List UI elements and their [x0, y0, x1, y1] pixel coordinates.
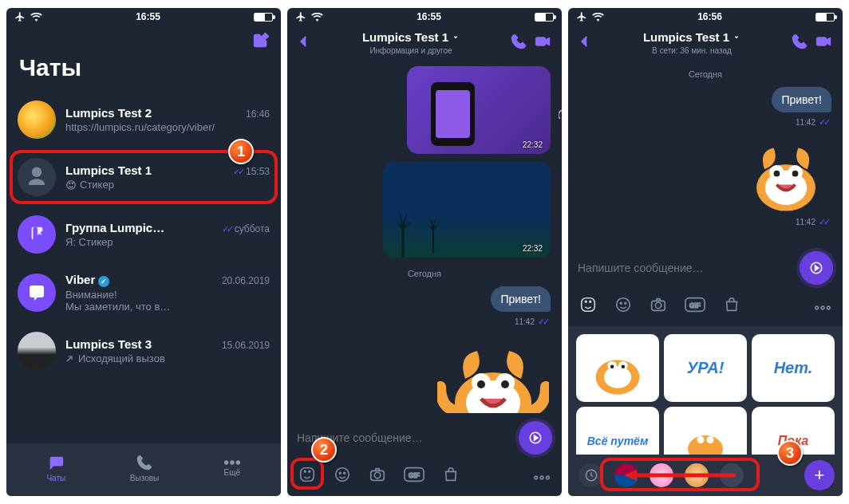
more-icon[interactable]: [533, 469, 551, 483]
sticker-option[interactable]: Нет.: [752, 334, 835, 402]
read-ticks-icon: ✓✓: [538, 317, 547, 327]
svg-point-45: [815, 306, 819, 309]
more-icon[interactable]: [814, 299, 831, 313]
tab-more[interactable]: Ещё: [223, 459, 241, 477]
svg-point-52: [610, 365, 614, 369]
message-meta: 11:42✓✓: [796, 217, 828, 227]
tab-chats[interactable]: Чаты: [46, 454, 65, 482]
svg-point-4: [230, 460, 235, 465]
attachment-toolbar: GIF 2: [287, 461, 562, 496]
camera-icon[interactable]: [650, 296, 667, 317]
call-icon[interactable]: [792, 33, 808, 53]
sticker-drawer[interactable]: УРА! Нет. Всё путём Пока: [568, 326, 843, 455]
outgoing-call-icon: [65, 354, 75, 364]
sticker-pack[interactable]: [650, 463, 673, 487]
chat-name: Lumpics Test 1: [65, 163, 152, 177]
tab-label: Чаты: [46, 474, 65, 482]
sticker-pack[interactable]: [614, 463, 638, 487]
shop-icon[interactable]: [442, 466, 460, 486]
status-bar: 16:55: [6, 8, 281, 26]
svg-point-17: [336, 468, 349, 482]
chat-name: Lumpics Test 2: [65, 106, 152, 120]
conversation-title[interactable]: Lumpics Test 1: [643, 30, 740, 44]
back-icon[interactable]: [578, 34, 592, 52]
sticker-pack[interactable]: [685, 463, 709, 487]
airplane-icon: [14, 11, 26, 22]
svg-text:GIF: GIF: [409, 471, 420, 479]
avatar: [18, 274, 56, 312]
wifi-icon: [30, 13, 42, 22]
svg-point-15: [304, 471, 306, 472]
svg-point-18: [339, 472, 341, 474]
sticker-option[interactable]: УРА!: [664, 334, 747, 402]
gif-icon[interactable]: GIF: [404, 467, 424, 486]
svg-point-38: [617, 298, 630, 312]
conversation-header: Lumpics Test 1 В сети: 36 мин. назад: [568, 26, 843, 60]
back-icon[interactable]: [297, 34, 311, 52]
battery-icon: [254, 13, 273, 22]
video-call-icon[interactable]: [533, 33, 552, 53]
send-button[interactable]: [519, 421, 552, 455]
compose-icon[interactable]: [252, 32, 270, 53]
sticker-message[interactable]: [742, 136, 830, 215]
step-marker-3: 3: [777, 440, 803, 466]
conversation-subtitle: Информация и другое: [318, 46, 504, 55]
chat-time: 20.06.2019: [222, 275, 270, 286]
chat-item[interactable]: Группа Lumpic… ✓✓суббота Я: Стикер: [6, 206, 281, 263]
sticker-pack[interactable]: [720, 463, 744, 487]
attachment-toolbar: GIF: [568, 291, 843, 326]
phone-3: 16:56 Lumpics Test 1 В сети: 36 мин. наз…: [568, 8, 843, 496]
chat-item-selected[interactable]: Lumpics Test 1 ✓✓15:53 Стикер 1: [6, 148, 281, 206]
chevron-down-icon: [733, 33, 740, 41]
chat-time: 16:46: [246, 108, 270, 120]
shop-icon[interactable]: [723, 296, 740, 317]
sticker-pack-tabs: + 3: [568, 455, 843, 496]
sticker-picker-icon[interactable]: [579, 296, 597, 317]
call-icon[interactable]: [511, 33, 527, 53]
svg-point-40: [625, 302, 626, 304]
avatar: [18, 215, 56, 254]
tutorial-arrow-icon: [624, 469, 736, 482]
chat-item[interactable]: Lumpics Test 3 15.06.2019 Исходящий вызо…: [6, 322, 281, 380]
video-call-icon[interactable]: [814, 33, 833, 53]
chat-time: 15.06.2019: [222, 340, 270, 351]
message-bubble[interactable]: Привет!: [772, 87, 831, 112]
send-button[interactable]: [800, 251, 833, 285]
svg-rect-35: [582, 298, 595, 312]
add-pack-button[interactable]: +: [804, 460, 835, 490]
sticker-option[interactable]: Всё путём: [576, 407, 659, 455]
gif-icon[interactable]: GIF: [685, 297, 705, 316]
media-message[interactable]: 22:32: [383, 162, 551, 258]
svg-point-32: [774, 171, 780, 177]
svg-point-21: [374, 472, 380, 478]
chat-list: Lumpics Test 2 16:46 https://lumpics.ru/…: [6, 91, 281, 443]
chat-item[interactable]: Viber✓ 20.06.2019 Внимание! Мы заметили,…: [6, 263, 281, 322]
media-message[interactable]: 22:32: [407, 66, 551, 154]
sticker-option[interactable]: [576, 334, 659, 402]
svg-point-42: [655, 302, 661, 308]
sticker-icon: [65, 179, 77, 191]
message-input[interactable]: [578, 262, 792, 274]
camera-icon[interactable]: [369, 466, 386, 486]
conversation-subtitle: В сети: 36 мин. назад: [598, 46, 785, 55]
emoji-icon[interactable]: [334, 466, 351, 486]
sticker-option[interactable]: [664, 407, 747, 455]
tab-bar: Чаты Вызовы Ещё: [6, 443, 281, 496]
svg-point-1: [69, 183, 70, 183]
sticker-picker-icon[interactable]: [298, 466, 316, 486]
chat-name: Viber✓: [65, 273, 109, 287]
svg-point-19: [344, 472, 346, 474]
media-time: 22:32: [523, 140, 543, 149]
sticker-message[interactable]: [437, 335, 549, 413]
recent-pack-icon[interactable]: [579, 463, 603, 487]
svg-point-0: [67, 181, 76, 190]
svg-point-26: [547, 476, 550, 479]
conversation-title[interactable]: Lumpics Test 1: [362, 30, 460, 44]
emoji-icon[interactable]: [614, 296, 632, 317]
avatar: [18, 158, 56, 196]
conversation-header: Lumpics Test 1 Информация и другое: [287, 26, 562, 60]
tab-calls[interactable]: Вызовы: [130, 454, 159, 482]
forward-icon[interactable]: [559, 101, 562, 122]
message-bubble[interactable]: Привет!: [491, 286, 551, 312]
chat-preview: Стикер: [65, 179, 270, 191]
